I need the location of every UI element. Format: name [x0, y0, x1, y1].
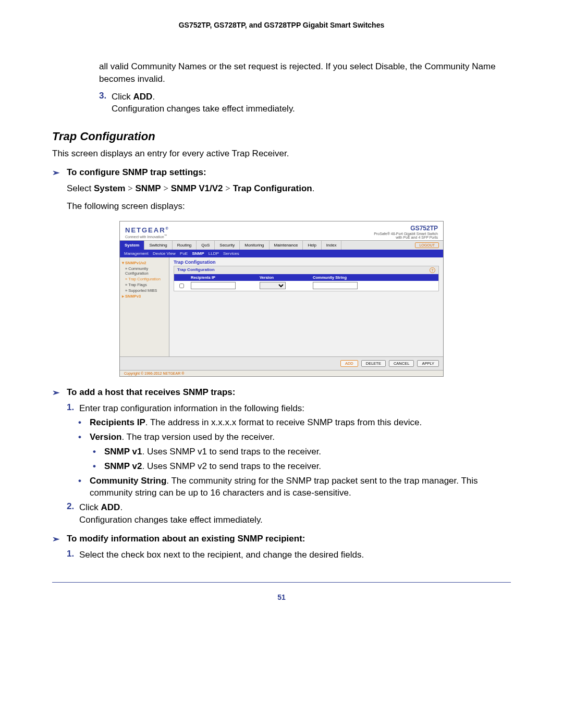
tab-help[interactable]: Help: [303, 241, 321, 250]
subtab-services[interactable]: Services: [223, 251, 239, 256]
subtab-poe[interactable]: PoE: [180, 251, 188, 256]
screen-displays-text: The following screen displays:: [67, 200, 511, 213]
task-arrow-icon: ➢: [52, 534, 67, 545]
sidebar-item-supported-mibs[interactable]: » Supported MIBS: [125, 288, 167, 293]
device-model: GS752TP ProSafe® 48-Port Gigabit Smart S…: [374, 225, 438, 239]
col-community-string: Community String: [310, 274, 438, 281]
version-select[interactable]: [260, 282, 286, 289]
step-number: 3.: [99, 91, 112, 116]
nav-path: Select System > SNMP > SNMP V1/V2 > Trap…: [67, 182, 511, 195]
tab-index[interactable]: Index: [322, 241, 342, 250]
bullet-snmpv2: • SNMP v2. Uses SNMP v2 to send traps to…: [93, 460, 511, 473]
intro-paragraph: all valid Community Names or the set req…: [99, 60, 511, 85]
section-title: Trap Configuration: [52, 130, 511, 143]
step-text: Click ADD. Configuration changes take ef…: [112, 91, 295, 116]
task-arrow-icon: ➢: [52, 167, 67, 178]
col-version: Version: [256, 274, 310, 281]
sidebar-item-trap-flags[interactable]: » Trap Flags: [125, 282, 167, 287]
cancel-button[interactable]: CANCEL: [389, 360, 414, 367]
bullet-icon: •: [93, 460, 104, 473]
sub-tabbar: Management Device View PoE SNMP LLDP Ser…: [120, 250, 443, 257]
bullet-version: • Version. The trap version used by the …: [78, 431, 511, 443]
apply-button[interactable]: APPLY: [417, 360, 439, 367]
subtab-management[interactable]: Management: [124, 251, 149, 256]
task-arrow-icon: ➢: [52, 387, 67, 398]
tab-system[interactable]: System: [120, 241, 144, 250]
tab-qos[interactable]: QoS: [197, 241, 215, 250]
logout-button[interactable]: LOGOUT: [415, 242, 439, 248]
tab-maintenance[interactable]: Maintenance: [270, 241, 303, 250]
subtab-snmp[interactable]: SNMP: [192, 251, 204, 256]
netgear-screenshot: NETGEAR® Connect with Innovation™ GS752T…: [119, 221, 444, 377]
step-number: 1.: [67, 402, 79, 415]
page-number: 51: [52, 582, 511, 601]
add-step-2: 2. Click ADD. Configuration changes take…: [67, 501, 511, 526]
subtab-lldp[interactable]: LLDP: [209, 251, 219, 256]
main-tabbar: System Switching Routing QoS Security Mo…: [120, 240, 443, 250]
bullet-community-string: • Community String. The community string…: [78, 475, 511, 500]
row-checkbox[interactable]: [179, 283, 184, 288]
tab-monitoring[interactable]: Monitoring: [240, 241, 269, 250]
sidebar-item-trap-config[interactable]: » Trap Configuration: [125, 277, 167, 281]
recipients-ip-input[interactable]: [191, 282, 236, 289]
task-modify: ➢ To modify information about an existin…: [52, 534, 511, 545]
sidebar: ▾ SNMPv1/v2 » Community Configuration » …: [120, 257, 169, 356]
bullet-recipients-ip: • Recipients IP. The address in x.x.x.x …: [78, 416, 511, 429]
tab-switching[interactable]: Switching: [144, 241, 172, 250]
tab-security[interactable]: Security: [215, 241, 240, 250]
netgear-logo: NETGEAR®: [125, 226, 169, 234]
copyright: Copyright © 1996-2012 NETGEAR ®: [120, 370, 443, 376]
add-step-1: 1. Enter trap configuration information …: [67, 402, 511, 415]
bullet-icon: •: [78, 416, 90, 429]
step-text: Click ADD. Configuration changes take ef…: [79, 501, 263, 526]
sidebar-group-snmpv1v2[interactable]: ▾ SNMPv1/v2: [122, 261, 167, 265]
sidebar-item-community[interactable]: » Community Configuration: [125, 266, 167, 276]
step-number: 1.: [67, 549, 79, 561]
trap-config-panel: Trap Configuration ? Recipients IP Versi…: [174, 266, 439, 291]
subtab-device-view[interactable]: Device View: [153, 251, 176, 256]
table-header: Recipients IP Version Community String: [174, 274, 438, 281]
bullet-icon: •: [93, 446, 104, 458]
col-recipients-ip: Recipients IP: [188, 274, 256, 281]
task-configure: ➢ To configure SNMP trap settings:: [52, 167, 511, 178]
action-bar: ADD DELETE CANCEL APPLY: [120, 356, 443, 370]
netgear-tagline: Connect with Innovation™: [125, 234, 169, 239]
modify-step-1: 1. Select the check box next to the reci…: [67, 549, 511, 561]
tab-routing[interactable]: Routing: [173, 241, 197, 250]
bullet-icon: •: [78, 431, 90, 443]
bullet-snmpv1: • SNMP v1. Uses SNMP v1 to send traps to…: [93, 446, 511, 458]
step-3: 3. Click ADD. Configuration changes take…: [99, 91, 511, 116]
step-number: 2.: [67, 501, 79, 526]
add-button[interactable]: ADD: [340, 360, 358, 367]
delete-button[interactable]: DELETE: [361, 360, 386, 367]
section-desc: This screen displays an entry for every …: [52, 147, 511, 160]
panel-title: Trap Configuration: [174, 260, 439, 265]
table-row: [174, 281, 438, 291]
bullet-icon: •: [78, 475, 90, 500]
sidebar-group-snmpv3[interactable]: ▸ SNMPv3: [122, 294, 167, 299]
help-icon[interactable]: ?: [430, 267, 435, 273]
community-string-input[interactable]: [313, 282, 358, 289]
task-add-host: ➢ To add a host that receives SNMP traps…: [52, 387, 511, 398]
page-header: GS752TP, GS728TP, and GS728TPP Gigabit S…: [52, 21, 511, 29]
